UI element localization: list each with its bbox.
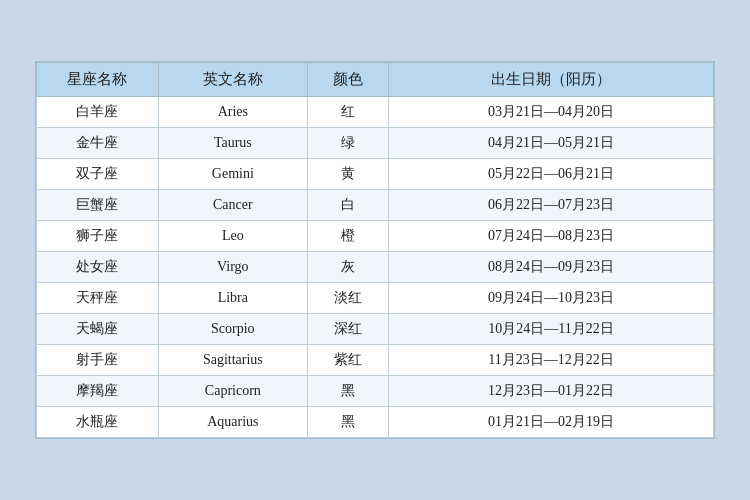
cell-chinese: 摩羯座 — [37, 376, 159, 407]
cell-chinese: 水瓶座 — [37, 407, 159, 438]
cell-color: 紫红 — [307, 345, 388, 376]
cell-chinese: 天秤座 — [37, 283, 159, 314]
table-row: 金牛座Taurus绿04月21日—05月21日 — [37, 128, 714, 159]
table-row: 射手座Sagittarius紫红11月23日—12月22日 — [37, 345, 714, 376]
cell-chinese: 狮子座 — [37, 221, 159, 252]
cell-chinese: 双子座 — [37, 159, 159, 190]
cell-date: 11月23日—12月22日 — [389, 345, 714, 376]
table-header-row: 星座名称 英文名称 颜色 出生日期（阳历） — [37, 63, 714, 97]
zodiac-table-wrapper: 星座名称 英文名称 颜色 出生日期（阳历） 白羊座Aries红03月21日—04… — [35, 61, 715, 439]
cell-color: 淡红 — [307, 283, 388, 314]
cell-date: 03月21日—04月20日 — [389, 97, 714, 128]
cell-chinese: 天蝎座 — [37, 314, 159, 345]
cell-color: 白 — [307, 190, 388, 221]
header-color: 颜色 — [307, 63, 388, 97]
table-row: 水瓶座Aquarius黑01月21日—02月19日 — [37, 407, 714, 438]
cell-date: 05月22日—06月21日 — [389, 159, 714, 190]
cell-date: 12月23日—01月22日 — [389, 376, 714, 407]
cell-color: 黄 — [307, 159, 388, 190]
cell-chinese: 白羊座 — [37, 97, 159, 128]
table-row: 双子座Gemini黄05月22日—06月21日 — [37, 159, 714, 190]
cell-date: 07月24日—08月23日 — [389, 221, 714, 252]
cell-color: 黑 — [307, 376, 388, 407]
cell-chinese: 射手座 — [37, 345, 159, 376]
cell-english: Aries — [158, 97, 307, 128]
cell-color: 深红 — [307, 314, 388, 345]
cell-date: 08月24日—09月23日 — [389, 252, 714, 283]
table-row: 处女座Virgo灰08月24日—09月23日 — [37, 252, 714, 283]
cell-chinese: 处女座 — [37, 252, 159, 283]
cell-english: Virgo — [158, 252, 307, 283]
table-row: 白羊座Aries红03月21日—04月20日 — [37, 97, 714, 128]
cell-chinese: 巨蟹座 — [37, 190, 159, 221]
table-row: 天蝎座Scorpio深红10月24日—11月22日 — [37, 314, 714, 345]
cell-english: Leo — [158, 221, 307, 252]
cell-date: 10月24日—11月22日 — [389, 314, 714, 345]
cell-color: 黑 — [307, 407, 388, 438]
cell-english: Gemini — [158, 159, 307, 190]
zodiac-table: 星座名称 英文名称 颜色 出生日期（阳历） 白羊座Aries红03月21日—04… — [36, 62, 714, 438]
cell-color: 绿 — [307, 128, 388, 159]
cell-english: Scorpio — [158, 314, 307, 345]
header-chinese: 星座名称 — [37, 63, 159, 97]
cell-english: Cancer — [158, 190, 307, 221]
cell-english: Libra — [158, 283, 307, 314]
header-date: 出生日期（阳历） — [389, 63, 714, 97]
cell-date: 01月21日—02月19日 — [389, 407, 714, 438]
table-row: 摩羯座Capricorn黑12月23日—01月22日 — [37, 376, 714, 407]
cell-date: 06月22日—07月23日 — [389, 190, 714, 221]
cell-color: 红 — [307, 97, 388, 128]
table-row: 巨蟹座Cancer白06月22日—07月23日 — [37, 190, 714, 221]
cell-date: 04月21日—05月21日 — [389, 128, 714, 159]
cell-english: Aquarius — [158, 407, 307, 438]
cell-english: Taurus — [158, 128, 307, 159]
header-english: 英文名称 — [158, 63, 307, 97]
cell-color: 灰 — [307, 252, 388, 283]
cell-english: Capricorn — [158, 376, 307, 407]
cell-english: Sagittarius — [158, 345, 307, 376]
cell-date: 09月24日—10月23日 — [389, 283, 714, 314]
table-row: 天秤座Libra淡红09月24日—10月23日 — [37, 283, 714, 314]
table-row: 狮子座Leo橙07月24日—08月23日 — [37, 221, 714, 252]
cell-color: 橙 — [307, 221, 388, 252]
cell-chinese: 金牛座 — [37, 128, 159, 159]
